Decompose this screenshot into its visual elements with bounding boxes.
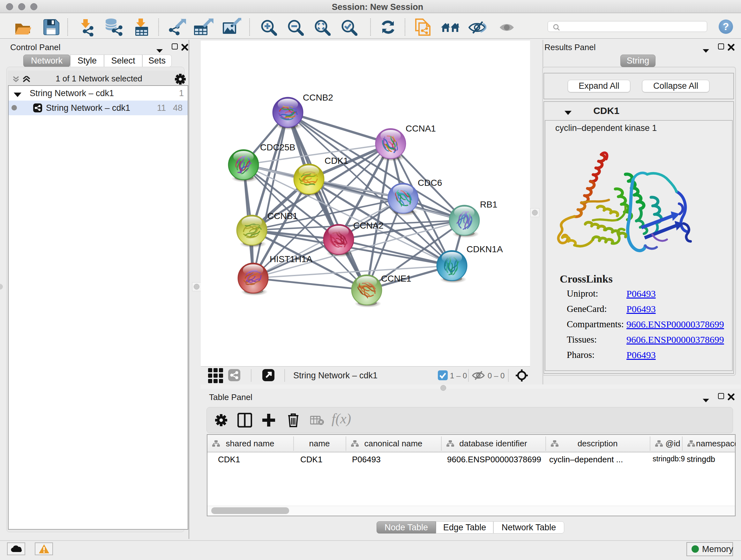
svg-text:CCNB2: CCNB2 (303, 92, 333, 103)
svg-text:CCNA2: CCNA2 (353, 221, 384, 231)
svg-text:HIST1H1A: HIST1H1A (270, 254, 313, 264)
svg-text:CCNE1: CCNE1 (381, 273, 411, 284)
svg-text:CDC6: CDC6 (418, 178, 442, 188)
svg-text:CCNB1: CCNB1 (267, 211, 298, 221)
svg-text:CDC25B: CDC25B (260, 142, 295, 152)
svg-text:CDK1: CDK1 (325, 156, 348, 166)
svg-text:CDKN1A: CDKN1A (467, 244, 503, 254)
svg-text:CCNA1: CCNA1 (406, 124, 436, 133)
svg-text:RB1: RB1 (480, 199, 497, 209)
